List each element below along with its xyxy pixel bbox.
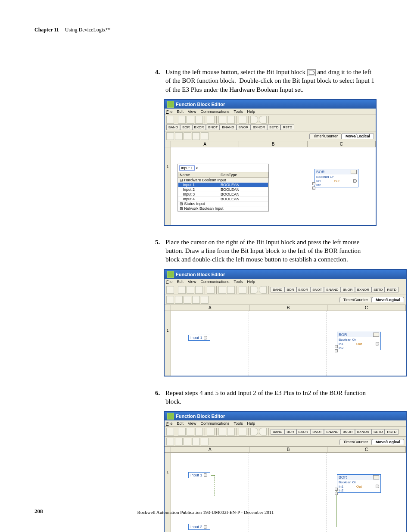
screenshot-step4: Function Block Editor FileEditViewCommun…: [164, 99, 377, 226]
paste-icon[interactable]: [195, 116, 203, 124]
input2-block[interactable]: Input 2: [188, 524, 210, 530]
input1-block[interactable]: Input 1: [188, 335, 210, 341]
print-icon[interactable]: [166, 116, 174, 124]
nav-down-icon[interactable]: [175, 132, 183, 140]
open-icon[interactable]: [207, 116, 215, 124]
footer-text: Rockwell Automation Publication 193-UM00…: [34, 510, 377, 515]
bit-input-icon: [307, 69, 316, 76]
cut-icon[interactable]: [178, 116, 186, 124]
step-text: Using the left mouse button, select the …: [165, 68, 377, 94]
copy-icon[interactable]: [187, 116, 194, 124]
step-number: 5.: [155, 238, 165, 264]
misc-icon[interactable]: [192, 132, 200, 140]
lock-icon[interactable]: [239, 116, 246, 124]
zoom-in-icon[interactable]: [218, 116, 226, 124]
app-icon: [167, 101, 174, 108]
chapter-title: Using DeviceLogix™: [65, 27, 111, 33]
misc-icon[interactable]: [201, 132, 209, 140]
bit-input-icon[interactable]: [250, 116, 258, 124]
tab-movelogical[interactable]: Move/Logical: [342, 133, 374, 139]
input-picker[interactable]: Input 1▾ NameDataType ⊟ Hardware Boolean…: [177, 164, 269, 212]
bor-block[interactable]: BOR Boolean Or In1Out In2: [337, 332, 381, 350]
bit-output-icon[interactable]: [259, 116, 267, 124]
bor-block[interactable]: BOR Boolean Or In1Out In2: [314, 169, 358, 187]
tab-timer[interactable]: Timer/Counter: [309, 133, 342, 139]
menubar[interactable]: FileEditViewCommunicationsToolsHelp: [165, 109, 376, 115]
step-number: 6.: [155, 389, 165, 406]
block-palette[interactable]: BANDBORBXORBNOTBNANDBNORBXNORSETDRSTD: [166, 124, 294, 130]
chapter-number: Chapter 11: [34, 27, 59, 33]
step-text: Place the cursor on the right of the Bit…: [165, 238, 377, 264]
step-text: Repeat steps 4 and 5 to add Input 2 of t…: [165, 389, 377, 406]
bor-block[interactable]: BOR Boolean Or In1Out In2: [337, 474, 381, 493]
block-menu-icon[interactable]: [351, 170, 357, 174]
screenshot-step5: Function Block Editor FileEditViewCommun…: [164, 269, 407, 376]
input1-block[interactable]: Input 1: [188, 472, 210, 478]
nav-up-icon[interactable]: [166, 132, 174, 140]
zoom-out-icon[interactable]: [227, 116, 235, 124]
step-number: 4.: [155, 68, 165, 94]
misc-icon[interactable]: [184, 132, 191, 140]
